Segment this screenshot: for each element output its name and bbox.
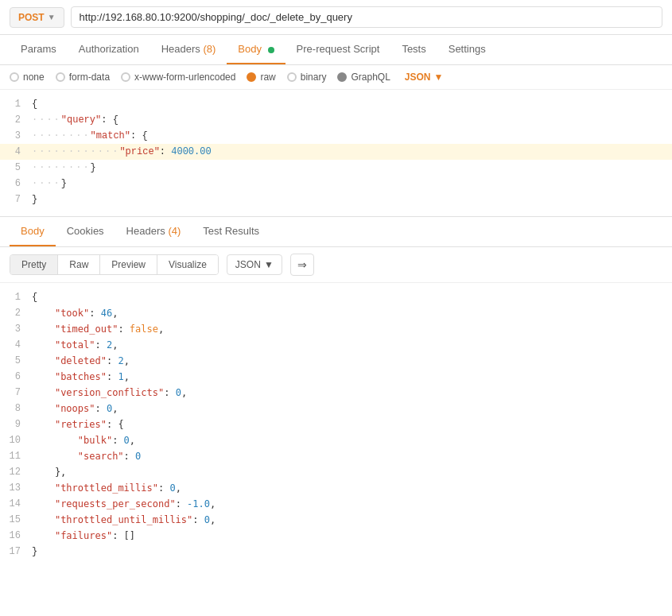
url-input[interactable] (71, 6, 662, 28)
req-line-2: 2 ····"query": { (0, 112, 672, 128)
resp-line-16: 16 "failures": [] (0, 528, 672, 544)
radio-raw (247, 72, 256, 82)
radio-none (10, 72, 19, 82)
resp-tab-body[interactable]: Body (10, 217, 56, 246)
bodytype-graphql[interactable]: GraphQL (337, 72, 390, 83)
radio-urlencoded (121, 72, 130, 82)
resp-line-7: 7 "version_conflicts": 0, (0, 385, 672, 401)
resp-wrap-button[interactable]: ⇒ (290, 254, 314, 276)
resp-line-9: 9 "retries": { (0, 416, 672, 432)
resp-tab-cookies[interactable]: Cookies (56, 217, 115, 246)
response-tabs: Body Cookies Headers (4) Test Results (0, 217, 672, 247)
resp-headers-badge: (4) (168, 225, 181, 237)
bodytype-formdata[interactable]: form-data (56, 72, 110, 83)
resp-line-15: 15 "throttled_until_millis": 0, (0, 512, 672, 528)
resp-btn-raw[interactable]: Raw (58, 255, 100, 274)
request-tabs: Params Authorization Headers (8) Body Pr… (0, 35, 672, 65)
tab-authorization[interactable]: Authorization (68, 35, 150, 64)
bodytype-raw[interactable]: raw (247, 72, 275, 83)
resp-line-17: 17 } (0, 544, 672, 560)
resp-line-6: 6 "batches": 1, (0, 369, 672, 385)
resp-line-1: 1 { (0, 289, 672, 305)
body-type-row: none form-data x-www-form-urlencoded raw… (0, 65, 672, 90)
resp-view-group: Pretty Raw Preview Visualize (10, 254, 219, 275)
resp-line-11: 11 "search": 0 (0, 448, 672, 464)
resp-line-14: 14 "requests_per_second": -1.0, (0, 496, 672, 512)
response-section: Body Cookies Headers (4) Test Results Pr… (0, 217, 672, 566)
tab-headers[interactable]: Headers (8) (150, 35, 227, 64)
resp-line-3: 3 "timed_out": false, (0, 321, 672, 337)
resp-line-5: 5 "deleted": 2, (0, 353, 672, 369)
json-chevron-icon: ▼ (434, 72, 444, 83)
resp-tab-headers[interactable]: Headers (4) (115, 217, 192, 246)
radio-binary (287, 72, 297, 82)
req-line-3: 3 ········"match": { (0, 128, 672, 144)
tab-params[interactable]: Params (10, 35, 68, 64)
tab-body[interactable]: Body (227, 35, 285, 64)
resp-line-10: 10 "bulk": 0, (0, 432, 672, 448)
radio-graphql (337, 72, 347, 82)
bodytype-none[interactable]: none (10, 72, 45, 83)
resp-format-chevron-icon: ▼ (264, 259, 274, 270)
bodytype-urlencoded[interactable]: x-www-form-urlencoded (121, 72, 235, 83)
req-line-6: 6 ····} (0, 176, 672, 192)
resp-line-4: 4 "total": 2, (0, 337, 672, 353)
tab-prerequest[interactable]: Pre-request Script (286, 35, 391, 64)
json-format-selector[interactable]: JSON ▼ (405, 72, 444, 83)
resp-line-13: 13 "throttled_millis": 0, (0, 480, 672, 496)
resp-line-12: 12 }, (0, 464, 672, 480)
tab-settings[interactable]: Settings (437, 35, 497, 64)
req-line-1: 1 { (0, 96, 672, 112)
request-code-editor[interactable]: 1 { 2 ····"query": { 3 ········"match": … (0, 90, 672, 217)
req-line-7: 7 } (0, 192, 672, 207)
req-line-4: 4 ············"price": 4000.00 (0, 144, 672, 160)
radio-formdata (56, 72, 65, 82)
resp-btn-preview[interactable]: Preview (100, 255, 157, 274)
method-label: POST (18, 12, 45, 23)
url-bar: POST ▼ (0, 0, 672, 35)
method-chevron-icon: ▼ (48, 13, 56, 21)
tab-tests[interactable]: Tests (390, 35, 437, 64)
bodytype-binary[interactable]: binary (287, 72, 327, 83)
body-active-indicator (268, 47, 274, 53)
method-selector[interactable]: POST ▼ (10, 7, 64, 28)
resp-line-2: 2 "took": 46, (0, 305, 672, 321)
resp-btn-pretty[interactable]: Pretty (10, 255, 58, 274)
req-line-5: 5 ········} (0, 160, 672, 176)
resp-btn-visualize[interactable]: Visualize (157, 255, 218, 274)
resp-toolbar: Pretty Raw Preview Visualize JSON ▼ ⇒ (0, 247, 672, 283)
headers-badge: (8) (203, 43, 216, 55)
resp-line-8: 8 "noops": 0, (0, 401, 672, 416)
resp-format-selector[interactable]: JSON ▼ (227, 254, 282, 275)
resp-tab-testresults[interactable]: Test Results (192, 217, 270, 246)
response-code-area: 1 { 2 "took": 46, 3 "timed_out": false, … (0, 283, 672, 566)
